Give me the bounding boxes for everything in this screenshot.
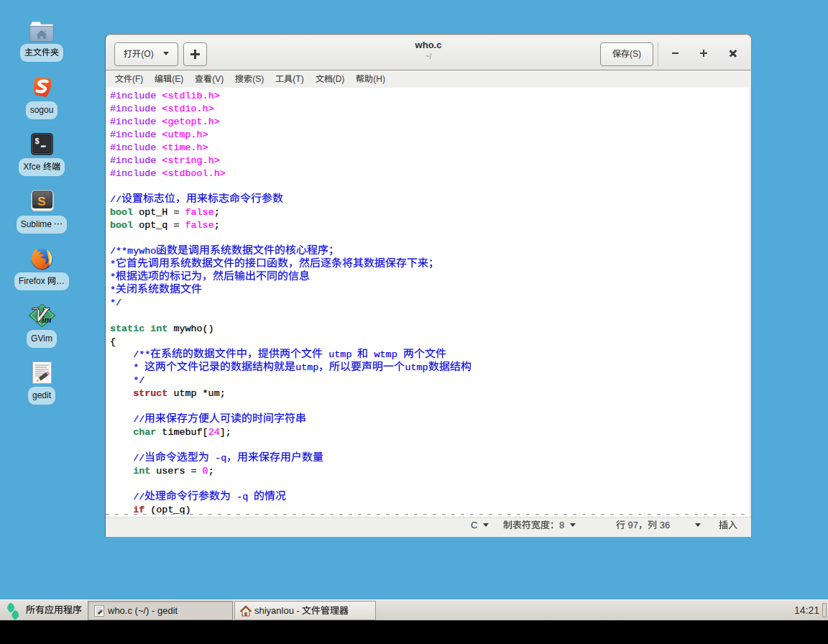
svg-text:$: $ [35, 137, 40, 145]
svg-text:im: im [42, 314, 52, 325]
svg-text:S: S [37, 195, 45, 208]
